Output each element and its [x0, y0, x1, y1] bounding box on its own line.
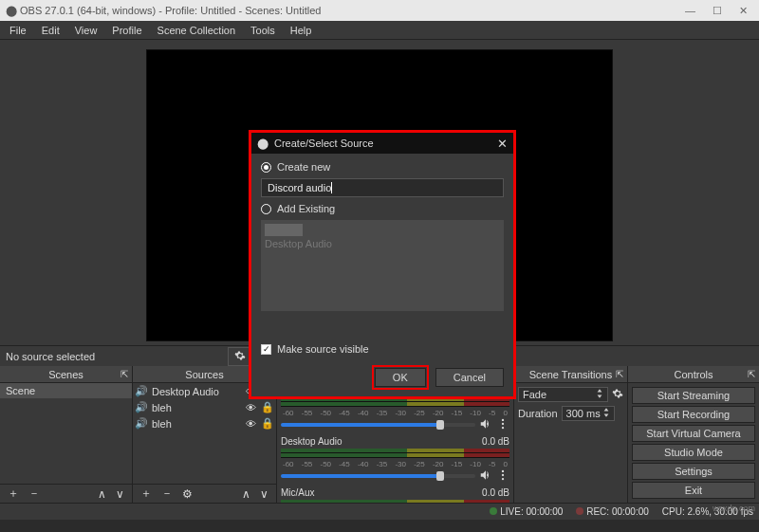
- create-new-label: Create new: [277, 161, 330, 173]
- panel-scenes: Scenes ⇱ Scene ＋ － ∧ ∨: [0, 366, 133, 503]
- existing-sources-list[interactable]: Desktop Audio: [261, 220, 504, 311]
- menu-edit[interactable]: Edit: [34, 23, 67, 38]
- speaker-icon: 🔊: [135, 417, 148, 430]
- start-streaming-button[interactable]: Start Streaming: [632, 387, 755, 404]
- svg-point-1: [502, 423, 504, 425]
- source-settings-button[interactable]: ⚙: [178, 487, 196, 501]
- controls-title: Controls: [675, 369, 713, 380]
- minimize-icon[interactable]: —: [685, 5, 695, 17]
- dialog-title: Create/Select Source: [274, 138, 491, 149]
- channel-name: Desktop Audio: [281, 436, 342, 447]
- remove-source-button[interactable]: －: [157, 486, 176, 502]
- scene-up-button[interactable]: ∧: [94, 487, 110, 501]
- panel-header-transitions: Scene Transitions ⇱: [514, 366, 627, 383]
- studio-mode-button[interactable]: Studio Mode: [632, 444, 755, 461]
- source-up-button[interactable]: ∧: [238, 487, 254, 501]
- sources-footer: ＋ － ⚙ ∧ ∨: [133, 484, 276, 503]
- scenes-list[interactable]: Scene: [0, 383, 132, 484]
- channel-menu-icon[interactable]: [496, 468, 509, 484]
- meter-ticks: -60-55-50-45-40-35-30-25-20-15-10-50: [281, 460, 509, 468]
- radio-selected-icon: [261, 162, 271, 173]
- menu-view[interactable]: View: [67, 23, 105, 38]
- source-down-button[interactable]: ∨: [256, 487, 272, 501]
- source-label: bleh: [152, 402, 240, 413]
- channel-menu-icon[interactable]: [496, 417, 509, 432]
- source-item[interactable]: 🔊 bleh 👁 🔒: [133, 415, 276, 431]
- speaker-icon: 🔊: [135, 385, 148, 397]
- close-icon[interactable]: ✕: [497, 137, 508, 151]
- source-name-value: Discord audio: [268, 182, 331, 193]
- audio-meter: [281, 500, 509, 503]
- chevron-updown-icon: [596, 389, 603, 400]
- controls-body: Start Streaming Start Recording Start Vi…: [628, 383, 759, 503]
- undock-icon[interactable]: ⇱: [616, 369, 623, 379]
- gear-icon[interactable]: [612, 388, 623, 401]
- gear-icon: [234, 350, 246, 363]
- lock-icon[interactable]: 🔒: [261, 401, 274, 413]
- channel-name: Mic/Aux: [281, 487, 315, 498]
- speaker-icon: 🔊: [135, 401, 148, 413]
- watermark: wsxdn.com: [713, 504, 755, 513]
- rec-time: REC: 00:00:00: [586, 506, 649, 517]
- remove-scene-button[interactable]: －: [25, 486, 44, 502]
- add-scene-button[interactable]: ＋: [4, 486, 23, 502]
- channel-db: 0.0 dB: [482, 487, 509, 498]
- mixer-body: bleh0.0 dB -60-55-50-45-40-35-30-25-20-1…: [277, 383, 513, 503]
- exit-button[interactable]: Exit: [632, 482, 755, 499]
- source-label: bleh: [152, 418, 240, 430]
- menu-profile[interactable]: Profile: [104, 23, 149, 38]
- live-dot-icon: [490, 507, 497, 515]
- panel-header-controls: Controls ⇱: [628, 366, 759, 383]
- menu-tools[interactable]: Tools: [243, 23, 283, 38]
- menu-file[interactable]: File: [2, 23, 34, 38]
- make-visible-checkbox[interactable]: ✓ Make source visible: [261, 343, 504, 355]
- make-visible-label: Make source visible: [277, 343, 369, 355]
- disabled-item: [265, 224, 303, 236]
- volume-slider[interactable]: [281, 423, 475, 427]
- create-source-dialog: ⬤ Create/Select Source ✕ Create new Disc…: [249, 130, 516, 399]
- add-existing-radio[interactable]: Add Existing: [261, 203, 504, 214]
- eye-icon[interactable]: 👁: [244, 418, 257, 430]
- volume-slider[interactable]: [281, 474, 475, 478]
- undock-icon[interactable]: ⇱: [748, 369, 755, 379]
- scenes-title: Scenes: [48, 369, 83, 380]
- settings-button[interactable]: Settings: [632, 463, 755, 480]
- ok-button[interactable]: OK: [375, 368, 426, 387]
- maximize-icon[interactable]: ☐: [713, 5, 722, 17]
- start-recording-button[interactable]: Start Recording: [632, 406, 755, 423]
- mute-icon[interactable]: [479, 417, 492, 432]
- source-item[interactable]: 🔊 bleh 👁 🔒: [133, 399, 276, 415]
- eye-icon[interactable]: 👁: [244, 402, 257, 413]
- menubar: File Edit View Profile Scene Collection …: [0, 21, 759, 40]
- start-virtual-camera-button[interactable]: Start Virtual Camera: [632, 425, 755, 442]
- duration-label: Duration: [518, 408, 558, 419]
- scene-item[interactable]: Scene: [0, 383, 132, 398]
- rec-dot-icon: [576, 507, 583, 515]
- menu-scene-collection[interactable]: Scene Collection: [150, 23, 244, 38]
- panel-controls: Controls ⇱ Start Streaming Start Recordi…: [628, 366, 759, 503]
- add-source-button[interactable]: ＋: [137, 486, 156, 502]
- dialog-titlebar: ⬤ Create/Select Source ✕: [251, 133, 513, 154]
- source-label: Desktop Audio: [152, 386, 240, 397]
- app-icon: ⬤: [257, 138, 268, 150]
- lock-icon[interactable]: 🔒: [261, 417, 274, 430]
- panel-header-scenes: Scenes ⇱: [0, 366, 132, 383]
- panel-transitions: Scene Transitions ⇱ Fade Duration 300 ms: [514, 366, 628, 503]
- create-new-radio[interactable]: Create new: [261, 161, 504, 173]
- close-icon[interactable]: ✕: [739, 5, 748, 17]
- transitions-body: Fade Duration 300 ms: [514, 383, 627, 425]
- transitions-title: Scene Transitions: [529, 369, 612, 380]
- menu-help[interactable]: Help: [283, 23, 320, 38]
- channel-db: 0.0 dB: [482, 436, 509, 447]
- dialog-body: Create new Discord audio​ Add Existing D…: [251, 154, 513, 362]
- undock-icon[interactable]: ⇱: [120, 369, 128, 379]
- transition-select[interactable]: Fade: [518, 387, 608, 402]
- scene-down-button[interactable]: ∨: [112, 487, 128, 501]
- source-name-input[interactable]: Discord audio​: [261, 178, 504, 197]
- duration-input[interactable]: 300 ms: [562, 406, 615, 421]
- svg-point-3: [502, 470, 504, 472]
- live-time: LIVE: 00:00:00: [500, 506, 563, 517]
- window-titlebar: ⬤ OBS 27.0.1 (64-bit, windows) - Profile…: [0, 0, 759, 21]
- cancel-button[interactable]: Cancel: [435, 368, 504, 387]
- mute-icon[interactable]: [479, 468, 492, 484]
